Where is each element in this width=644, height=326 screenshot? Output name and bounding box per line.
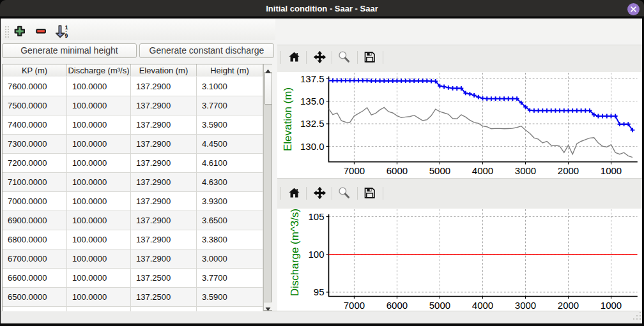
svg-text:9: 9 (65, 33, 68, 39)
